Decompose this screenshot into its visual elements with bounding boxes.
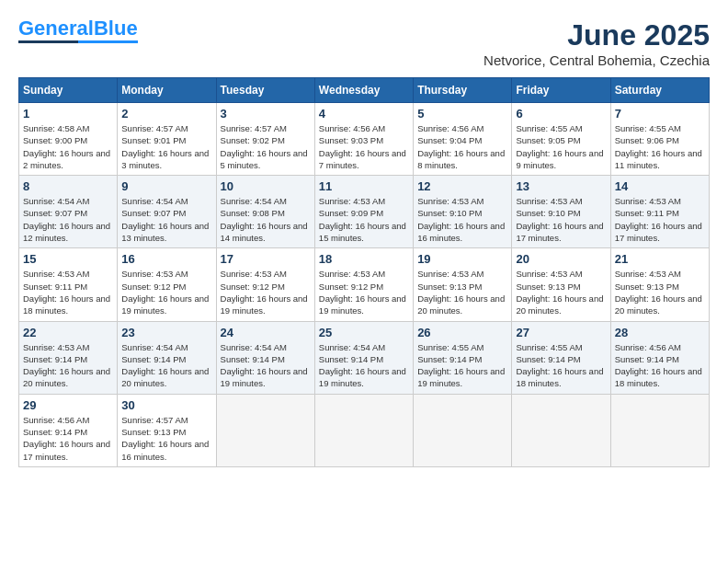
day-number: 6	[516, 107, 606, 121]
calendar-cell: 24Sunrise: 4:54 AMSunset: 9:14 PMDayligh…	[216, 321, 314, 394]
header-wednesday: Wednesday	[314, 78, 413, 103]
day-info: Sunrise: 4:56 AMSunset: 9:14 PMDaylight:…	[615, 341, 705, 390]
calendar-cell: 5Sunrise: 4:56 AMSunset: 9:04 PMDaylight…	[414, 103, 512, 176]
calendar-cell: 2Sunrise: 4:57 AMSunset: 9:01 PMDaylight…	[118, 103, 216, 176]
day-info: Sunrise: 4:53 AMSunset: 9:11 PMDaylight:…	[615, 195, 705, 244]
header-monday: Monday	[118, 78, 216, 103]
day-number: 11	[319, 179, 409, 193]
calendar-cell: 20Sunrise: 4:53 AMSunset: 9:13 PMDayligh…	[512, 248, 610, 321]
day-info: Sunrise: 4:53 AMSunset: 9:13 PMDaylight:…	[615, 268, 705, 316]
day-number: 5	[417, 107, 507, 121]
calendar-cell	[512, 394, 610, 466]
calendar-cell: 19Sunrise: 4:53 AMSunset: 9:13 PMDayligh…	[414, 248, 512, 321]
calendar-cell	[414, 394, 512, 466]
day-info: Sunrise: 4:53 AMSunset: 9:14 PMDaylight:…	[23, 341, 113, 390]
calendar-cell	[610, 394, 709, 466]
calendar-week-row: 8Sunrise: 4:54 AMSunset: 9:07 PMDaylight…	[19, 176, 710, 248]
calendar-cell: 11Sunrise: 4:53 AMSunset: 9:09 PMDayligh…	[314, 176, 413, 248]
header-saturday: Saturday	[610, 78, 709, 103]
day-info: Sunrise: 4:57 AMSunset: 9:13 PMDaylight:…	[121, 414, 211, 463]
day-info: Sunrise: 4:53 AMSunset: 9:12 PMDaylight:…	[121, 268, 211, 316]
day-number: 24	[221, 326, 311, 339]
header-sunday: Sunday	[19, 78, 118, 103]
day-info: Sunrise: 4:54 AMSunset: 9:08 PMDaylight:…	[221, 195, 311, 244]
calendar-cell: 15Sunrise: 4:53 AMSunset: 9:11 PMDayligh…	[19, 248, 118, 321]
logo-general: General	[18, 17, 94, 40]
day-number: 22	[23, 326, 113, 339]
calendar-cell: 8Sunrise: 4:54 AMSunset: 9:07 PMDaylight…	[19, 176, 118, 248]
day-number: 1	[23, 107, 113, 121]
calendar-cell: 7Sunrise: 4:55 AMSunset: 9:06 PMDaylight…	[610, 103, 709, 176]
day-info: Sunrise: 4:58 AMSunset: 9:00 PMDaylight:…	[23, 122, 113, 171]
day-info: Sunrise: 4:56 AMSunset: 9:03 PMDaylight:…	[319, 122, 409, 171]
day-info: Sunrise: 4:53 AMSunset: 9:12 PMDaylight:…	[221, 268, 311, 316]
day-info: Sunrise: 4:55 AMSunset: 9:14 PMDaylight:…	[516, 341, 606, 390]
calendar-cell: 26Sunrise: 4:55 AMSunset: 9:14 PMDayligh…	[414, 321, 512, 394]
day-info: Sunrise: 4:54 AMSunset: 9:14 PMDaylight:…	[221, 341, 311, 390]
calendar-cell: 10Sunrise: 4:54 AMSunset: 9:08 PMDayligh…	[216, 176, 314, 248]
calendar-cell: 4Sunrise: 4:56 AMSunset: 9:03 PMDaylight…	[314, 103, 413, 176]
day-info: Sunrise: 4:53 AMSunset: 9:10 PMDaylight:…	[417, 195, 507, 244]
day-info: Sunrise: 4:56 AMSunset: 9:14 PMDaylight:…	[23, 414, 113, 463]
day-number: 28	[615, 326, 705, 339]
calendar-cell: 27Sunrise: 4:55 AMSunset: 9:14 PMDayligh…	[512, 321, 610, 394]
day-info: Sunrise: 4:55 AMSunset: 9:05 PMDaylight:…	[516, 122, 606, 171]
day-info: Sunrise: 4:53 AMSunset: 9:09 PMDaylight:…	[319, 195, 409, 244]
day-number: 15	[23, 252, 113, 266]
day-info: Sunrise: 4:55 AMSunset: 9:06 PMDaylight:…	[615, 122, 705, 171]
logo-text: GeneralBlue	[18, 18, 138, 39]
day-info: Sunrise: 4:54 AMSunset: 9:14 PMDaylight:…	[319, 341, 409, 390]
calendar-cell: 23Sunrise: 4:54 AMSunset: 9:14 PMDayligh…	[118, 321, 216, 394]
day-info: Sunrise: 4:54 AMSunset: 9:07 PMDaylight:…	[121, 195, 211, 244]
calendar-cell: 9Sunrise: 4:54 AMSunset: 9:07 PMDaylight…	[118, 176, 216, 248]
day-number: 25	[319, 326, 409, 339]
day-info: Sunrise: 4:57 AMSunset: 9:02 PMDaylight:…	[221, 122, 311, 171]
calendar-cell	[314, 394, 413, 466]
day-number: 10	[221, 179, 311, 193]
day-number: 12	[417, 179, 507, 193]
day-info: Sunrise: 4:53 AMSunset: 9:13 PMDaylight:…	[516, 268, 606, 316]
calendar-header-row: SundayMondayTuesdayWednesdayThursdayFrid…	[19, 78, 710, 103]
header-tuesday: Tuesday	[216, 78, 314, 103]
calendar-cell: 6Sunrise: 4:55 AMSunset: 9:05 PMDaylight…	[512, 103, 610, 176]
day-info: Sunrise: 4:53 AMSunset: 9:11 PMDaylight:…	[23, 268, 113, 316]
day-info: Sunrise: 4:53 AMSunset: 9:13 PMDaylight:…	[417, 268, 507, 316]
location-title: Netvorice, Central Bohemia, Czechia	[483, 52, 710, 68]
logo-divider	[18, 40, 138, 43]
day-number: 3	[221, 107, 311, 121]
day-number: 14	[615, 179, 705, 193]
calendar-cell: 13Sunrise: 4:53 AMSunset: 9:10 PMDayligh…	[512, 176, 610, 248]
calendar-week-row: 15Sunrise: 4:53 AMSunset: 9:11 PMDayligh…	[19, 248, 710, 321]
day-number: 8	[23, 179, 113, 193]
day-number: 23	[121, 326, 211, 339]
calendar-cell: 1Sunrise: 4:58 AMSunset: 9:00 PMDaylight…	[19, 103, 118, 176]
day-number: 21	[615, 252, 705, 266]
calendar-cell: 30Sunrise: 4:57 AMSunset: 9:13 PMDayligh…	[118, 394, 216, 466]
calendar-cell: 17Sunrise: 4:53 AMSunset: 9:12 PMDayligh…	[216, 248, 314, 321]
day-number: 7	[615, 107, 705, 121]
day-number: 17	[221, 252, 311, 266]
day-number: 30	[121, 398, 211, 412]
day-number: 18	[319, 252, 409, 266]
day-number: 9	[121, 179, 211, 193]
calendar-cell: 14Sunrise: 4:53 AMSunset: 9:11 PMDayligh…	[610, 176, 709, 248]
day-info: Sunrise: 4:57 AMSunset: 9:01 PMDaylight:…	[121, 122, 211, 171]
day-number: 27	[516, 326, 606, 339]
calendar-cell: 3Sunrise: 4:57 AMSunset: 9:02 PMDaylight…	[216, 103, 314, 176]
calendar-cell: 16Sunrise: 4:53 AMSunset: 9:12 PMDayligh…	[118, 248, 216, 321]
calendar-week-row: 29Sunrise: 4:56 AMSunset: 9:14 PMDayligh…	[19, 394, 710, 466]
day-number: 20	[516, 252, 606, 266]
day-number: 13	[516, 179, 606, 193]
day-number: 16	[121, 252, 211, 266]
calendar-cell: 29Sunrise: 4:56 AMSunset: 9:14 PMDayligh…	[19, 394, 118, 466]
day-number: 19	[417, 252, 507, 266]
day-info: Sunrise: 4:55 AMSunset: 9:14 PMDaylight:…	[417, 341, 507, 390]
day-info: Sunrise: 4:53 AMSunset: 9:12 PMDaylight:…	[319, 268, 409, 316]
day-info: Sunrise: 4:56 AMSunset: 9:04 PMDaylight:…	[417, 122, 507, 171]
header: GeneralBlue June 2025 Netvorice, Central…	[18, 18, 710, 68]
header-friday: Friday	[512, 78, 610, 103]
day-number: 2	[121, 107, 211, 121]
day-number: 29	[23, 398, 113, 412]
calendar-week-row: 22Sunrise: 4:53 AMSunset: 9:14 PMDayligh…	[19, 321, 710, 394]
calendar-cell: 21Sunrise: 4:53 AMSunset: 9:13 PMDayligh…	[610, 248, 709, 321]
